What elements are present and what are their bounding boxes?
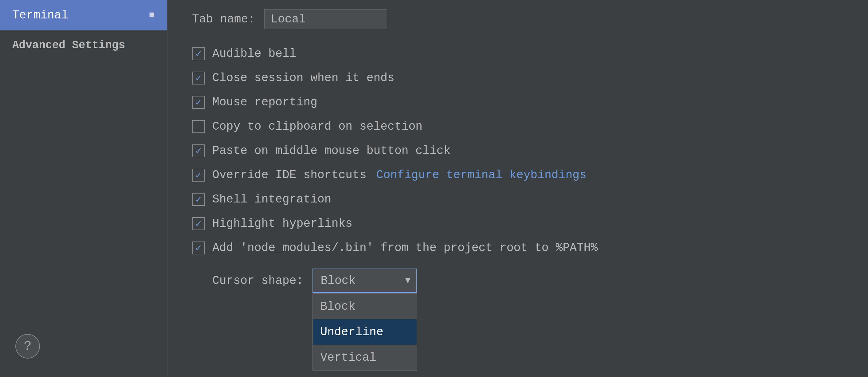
setting-row-mouse-reporting: Mouse reporting — [192, 90, 843, 114]
cursor-shape-menu: Block Underline Vertical — [312, 293, 417, 371]
checkbox-highlight-hyperlinks[interactable] — [192, 217, 205, 230]
checkbox-copy-clipboard[interactable] — [192, 120, 205, 133]
checkbox-mouse-reporting[interactable] — [192, 96, 205, 109]
checkbox-close-session[interactable] — [192, 71, 205, 85]
label-paste-middle: Paste on middle mouse button click — [212, 144, 451, 157]
setting-row-highlight-hyperlinks: Highlight hyperlinks — [192, 211, 843, 235]
label-copy-clipboard: Copy to clipboard on selection — [212, 120, 423, 133]
dropdown-arrow-icon: ▼ — [405, 276, 410, 285]
sidebar-title: Terminal — [12, 9, 68, 22]
main-content: Tab name: Audible bell Close session whe… — [167, 0, 868, 377]
checkbox-override-ide[interactable] — [192, 169, 205, 182]
cursor-option-underline[interactable]: Underline — [313, 319, 416, 345]
label-shell-integration: Shell integration — [212, 193, 332, 206]
help-button[interactable]: ? — [16, 334, 40, 358]
label-audible-bell: Audible bell — [212, 47, 297, 60]
label-close-session: Close session when it ends — [212, 71, 395, 85]
cursor-shape-selected: Block — [320, 274, 355, 287]
label-override-ide: Override IDE shortcuts — [212, 168, 367, 182]
setting-row-override-ide: Override IDE shortcuts Configure termina… — [192, 163, 843, 187]
terminal-icon: ■ — [149, 9, 155, 21]
tab-name-input[interactable] — [264, 9, 387, 29]
cursor-shape-dropdown-container: Block ▼ Block Underline Vertical — [312, 269, 417, 293]
cursor-shape-row: Cursor shape: Block ▼ Block Underline Ve… — [192, 260, 843, 302]
setting-row-close-session: Close session when it ends — [192, 66, 843, 90]
setting-row-audible-bell: Audible bell — [192, 41, 843, 66]
checkbox-add-node-modules[interactable] — [192, 242, 205, 254]
configure-keybindings-link[interactable]: Configure terminal keybindings — [376, 168, 587, 182]
cursor-shape-dropdown[interactable]: Block ▼ — [312, 269, 417, 293]
cursor-option-vertical[interactable]: Vertical — [313, 345, 416, 370]
label-add-node-modules: Add 'node_modules/.bin' from the project… — [212, 241, 598, 254]
tab-name-row: Tab name: — [192, 0, 843, 41]
setting-row-paste-middle: Paste on middle mouse button click — [192, 138, 843, 163]
checkbox-audible-bell[interactable] — [192, 47, 205, 60]
cursor-option-block[interactable]: Block — [313, 294, 416, 319]
label-mouse-reporting: Mouse reporting — [212, 96, 317, 109]
settings-list: Audible bell Close session when it ends … — [192, 41, 843, 260]
setting-row-shell-integration: Shell integration — [192, 187, 843, 211]
sidebar-header: Terminal ■ — [0, 0, 167, 30]
cursor-shape-label: Cursor shape: — [212, 274, 303, 287]
label-highlight-hyperlinks: Highlight hyperlinks — [212, 217, 352, 230]
setting-row-copy-clipboard: Copy to clipboard on selection — [192, 114, 843, 138]
tab-name-label: Tab name: — [192, 12, 255, 26]
sidebar-item-advanced-settings[interactable]: Advanced Settings — [0, 30, 167, 60]
setting-row-add-node-modules: Add 'node_modules/.bin' from the project… — [192, 235, 843, 260]
checkbox-shell-integration[interactable] — [192, 193, 205, 206]
sidebar: Terminal ■ Advanced Settings ? — [0, 0, 167, 377]
checkbox-paste-middle[interactable] — [192, 145, 205, 157]
